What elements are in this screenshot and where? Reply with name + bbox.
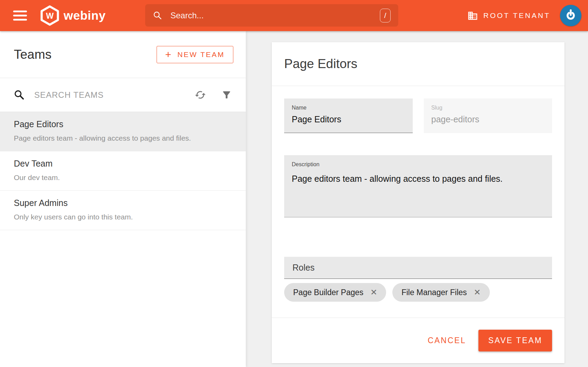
description-input[interactable]: Page editors team - allowing access to p… (292, 174, 544, 209)
team-description: Our dev team. (14, 173, 232, 182)
tenant-label: ROOT TENANT (483, 11, 550, 20)
app-header: W webiny / ROOT TENANT (0, 0, 588, 31)
menu-button[interactable] (11, 9, 29, 23)
team-description: Page editors team - allowing access to p… (14, 134, 232, 142)
team-detail-panel: Page Editors Name Slug De (246, 31, 588, 367)
global-search-input[interactable] (170, 10, 380, 21)
refresh-icon (195, 89, 206, 101)
form-title: Page Editors (284, 57, 357, 71)
user-avatar-button[interactable] (560, 5, 581, 26)
roles-label: Roles (292, 263, 315, 273)
webiny-hexagon-icon: W (40, 5, 59, 26)
teams-list-header: Teams + NEW TEAM (0, 31, 246, 78)
header-actions: ROOT TENANT (467, 5, 581, 26)
role-chip-page-builder-pages[interactable]: Page Builder Pages ✕ (284, 283, 386, 302)
team-name: Page Editors (14, 119, 232, 129)
roles-chips: Page Builder Pages ✕ File Manager Files … (284, 283, 552, 302)
plus-icon: + (165, 51, 172, 58)
team-form-footer: CANCEL SAVE TEAM (272, 318, 564, 363)
name-input[interactable] (292, 114, 405, 124)
filter-icon (221, 90, 232, 100)
team-name: Super Admins (14, 198, 232, 208)
hamburger-icon (13, 11, 27, 12)
slug-field: Slug (424, 98, 552, 133)
remove-chip-icon[interactable]: ✕ (474, 288, 481, 297)
team-list-item-page-editors[interactable]: Page Editors Page editors team - allowin… (0, 112, 246, 151)
slug-input (431, 114, 545, 124)
search-teams-icon (14, 90, 25, 100)
new-team-button[interactable]: + NEW TEAM (157, 46, 233, 63)
webiny-logo[interactable]: W webiny (40, 5, 106, 26)
name-label: Name (292, 105, 405, 111)
logo-letter: W (46, 11, 54, 20)
role-chip-file-manager-files[interactable]: File Manager Files ✕ (392, 283, 489, 302)
teams-search-bar (0, 78, 246, 112)
power-icon (564, 8, 578, 23)
remove-chip-icon[interactable]: ✕ (370, 288, 377, 297)
team-list-item-dev-team[interactable]: Dev Team Our dev team. (0, 151, 246, 191)
search-icon (153, 11, 162, 20)
building-icon (467, 10, 478, 21)
name-field[interactable]: Name (284, 98, 413, 133)
brand-name: webiny (64, 9, 106, 22)
new-team-button-label: NEW TEAM (177, 50, 225, 59)
team-form-header: Page Editors (272, 42, 564, 86)
team-description: Only key users can go into this team. (14, 213, 232, 221)
team-name: Dev Team (14, 159, 232, 169)
slug-label: Slug (431, 105, 545, 111)
refresh-button[interactable] (195, 89, 206, 101)
team-list: Page Editors Page editors team - allowin… (0, 112, 246, 230)
team-form-card: Page Editors Name Slug De (272, 42, 564, 363)
team-form-body: Name Slug Description Page editors team … (272, 86, 564, 302)
main-content: Teams + NEW TEAM (0, 31, 588, 367)
roles-field[interactable]: Roles (284, 257, 552, 279)
team-list-item-super-admins[interactable]: Super Admins Only key users can go into … (0, 191, 246, 230)
description-field[interactable]: Description Page editors team - allowing… (284, 155, 552, 217)
page-title: Teams (14, 47, 52, 62)
description-label: Description (292, 161, 544, 168)
chip-label: File Manager Files (401, 288, 467, 297)
shortcut-key-badge: / (380, 9, 391, 22)
global-search[interactable]: / (145, 4, 398, 27)
teams-list-panel: Teams + NEW TEAM (0, 31, 246, 367)
search-teams-input[interactable] (34, 90, 195, 100)
save-team-button[interactable]: SAVE TEAM (478, 330, 552, 351)
cancel-button[interactable]: CANCEL (426, 332, 468, 349)
app-window: W webiny / ROOT TENANT (0, 0, 588, 367)
filter-button[interactable] (221, 90, 232, 100)
chip-label: Page Builder Pages (293, 288, 363, 297)
tenant-selector[interactable]: ROOT TENANT (467, 10, 550, 21)
